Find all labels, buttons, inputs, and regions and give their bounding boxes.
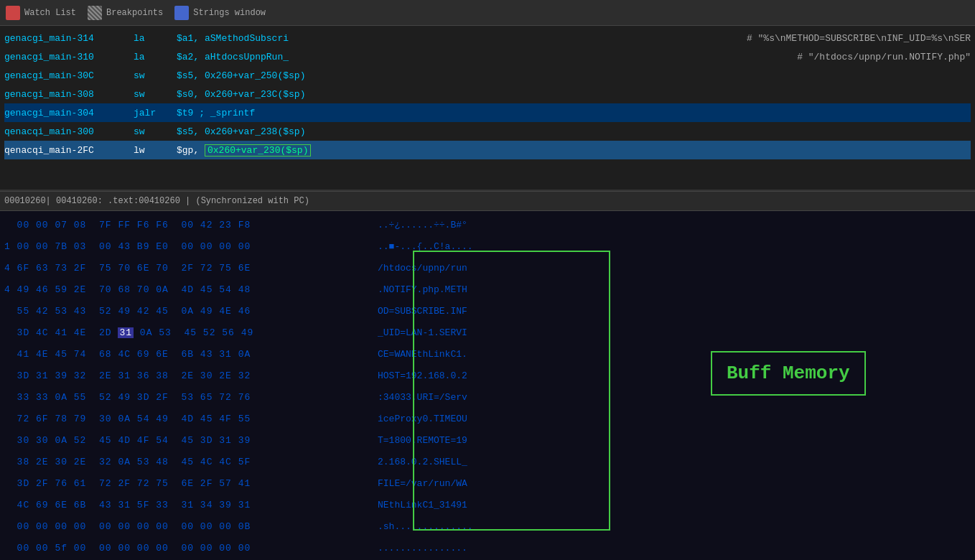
memory-line-4: 55 42 53 43 52 49 42 45 0A 49 4E 46 OD=S…	[4, 300, 971, 322]
disasm-mnem-2: sw	[134, 70, 177, 81]
mem-ascii-4: OD=SUBSCRIBE.INF	[378, 306, 536, 317]
disasm-offset-2: genacgi_main-30C	[4, 70, 134, 81]
mem-bytes-3: 4 49 46 59 2E 70 68 70 0A 4D 45 54 48	[4, 284, 378, 295]
disasm-operands-2: $s5, 0x260+var_250($sp)	[177, 70, 971, 81]
disasm-offset-6: qenacqi_main-2FC	[4, 145, 134, 156]
mem-ascii-8: :34033.URI=/Serv	[378, 392, 536, 403]
mem-bytes-12: 3D 2F 76 61 72 2F 72 75 6E 2F 57 41	[4, 478, 378, 489]
disasm-panel: genacgi_main-314 la $a1, aSMethodSubscri…	[0, 26, 975, 191]
disasm-operands-6: $gp, 0x260+var_230($sp)	[177, 144, 971, 157]
disasm-mnem-0: la	[134, 33, 177, 44]
mem-ascii-3: .NOTIFY.php.METH	[378, 284, 536, 295]
disasm-operands-0: $a1, aSMethodSubscri	[177, 33, 735, 44]
disasm-mnem-1: la	[134, 52, 177, 62]
toolbar: Watch List Breakpoints Strings window	[0, 0, 975, 26]
disasm-operands-5: $s5, 0x260+var_238($sp)	[177, 126, 971, 137]
mem-ascii-6: CE=WANEthLinkC1.	[378, 349, 536, 360]
mem-bytes-6: 41 4E 45 74 68 4C 69 6E 6B 43 31 0A	[4, 349, 378, 360]
highlighted-byte: 31	[118, 327, 134, 338]
mem-ascii-7: HOST=192.168.0.2	[378, 370, 536, 381]
status-note: (Synchronized with PC)	[195, 196, 309, 206]
disasm-offset-4: genacgi_main-304	[4, 108, 134, 118]
mem-ascii-1: ..■-...{..C!a....	[378, 241, 536, 252]
mem-ascii-14: .sh..............	[378, 521, 536, 532]
mem-ascii-11: 2.168.0.2.SHELL_	[378, 457, 536, 467]
disasm-mnem-3: sw	[134, 89, 177, 100]
mem-bytes-9: 72 6F 78 79 30 0A 54 49 4D 45 4F 55	[4, 414, 378, 424]
disasm-line-5[interactable]: qenacqi_main-300 sw $s5, 0x260+var_238($…	[4, 122, 971, 141]
breakpoints-label[interactable]: Breakpoints	[106, 8, 163, 18]
memory-line-9: 72 6F 78 79 30 0A 54 49 4D 45 4F 55 iceP…	[4, 408, 971, 429]
memory-line-14: 00 00 00 00 00 00 00 00 00 00 00 0B .sh.…	[4, 515, 971, 537]
disasm-comment-0: # "%s\nMETHOD=SUBSCRIBE\nINF_UID=%s\nSER	[735, 33, 971, 44]
breakpoints-icon	[88, 6, 102, 20]
mem-ascii-5: _UID=LAN-1.SERVI	[378, 327, 536, 338]
strings-icon	[174, 6, 189, 20]
disasm-line-6[interactable]: qenacqi_main-2FC lw $gp, 0x260+var_230($…	[4, 141, 971, 159]
mem-ascii-10: T=1800.REMOTE=19	[378, 435, 536, 446]
mem-bytes-13: 4C 69 6E 6B 43 31 5F 33 31 34 39 31	[4, 500, 378, 510]
mem-bytes-1: 1 00 00 7B 03 00 43 B9 E0 00 00 00 00	[4, 241, 378, 252]
memory-line-12: 3D 2F 76 61 72 2F 72 75 6E 2F 57 41 FILE…	[4, 472, 971, 494]
memory-line-3: 4 49 46 59 2E 70 68 70 0A 4D 45 54 48 .N…	[4, 279, 971, 300]
mem-bytes-7: 3D 31 39 32 2E 31 36 38 2E 30 2E 32	[4, 370, 378, 381]
toolbar-section-watch[interactable]: Watch List	[6, 6, 76, 20]
mem-ascii-2: /htdocs/upnp/run	[378, 263, 536, 274]
disasm-line-0[interactable]: genacgi_main-314 la $a1, aSMethodSubscri…	[4, 29, 971, 47]
disasm-comment-1: # "/htdocs/upnp/run.NOTIFY.php"	[786, 52, 971, 62]
mem-bytes-15: 00 00 5f 00 00 00 00 00 00 00 00 00	[4, 543, 378, 554]
disasm-operands-4: $t9 ; _sprintf	[177, 108, 971, 118]
disasm-line-3[interactable]: genacgi_main-308 sw $s0, 0x260+var_23C($…	[4, 85, 971, 103]
disasm-offset-5: qenacqi_main-300	[4, 126, 134, 137]
memory-line-15: 00 00 5f 00 00 00 00 00 00 00 00 00 ....…	[4, 537, 971, 559]
operand-highlight: 0x260+var_230($sp)	[205, 144, 311, 157]
disasm-mnem-4: jalr	[134, 108, 177, 118]
disasm-operands-3: $s0, 0x260+var_23C($sp)	[177, 89, 971, 100]
watch-list-label[interactable]: Watch List	[24, 8, 76, 18]
disasm-operands-1: $a2, aHtdocsUpnpRun_	[177, 52, 786, 62]
mem-bytes-5: 3D 4C 41 4E 2D 31 0A 53 45 52 56 49	[4, 327, 378, 338]
memory-line-1: 1 00 00 7B 03 00 43 B9 E0 00 00 00 00 ..…	[4, 235, 971, 257]
mem-bytes-8: 33 33 0A 55 52 49 3D 2F 53 65 72 76	[4, 392, 378, 403]
disasm-offset-1: genacgi_main-310	[4, 52, 134, 62]
memory-line-2: 4 6F 63 73 2F 75 70 6E 70 2F 72 75 6E /h…	[4, 257, 971, 279]
buff-memory-annotation: Buff Memory	[711, 351, 866, 396]
mem-bytes-0: 00 00 07 08 7F FF F6 F6 00 42 23 F8	[4, 220, 378, 230]
memory-line-5: 3D 4C 41 4E 2D 31 0A 53 45 52 56 49 _UID…	[4, 322, 971, 343]
disasm-line-2[interactable]: genacgi_main-30C sw $s5, 0x260+var_250($…	[4, 66, 971, 85]
mem-ascii-15: ................	[378, 543, 536, 554]
disasm-mnem-6: lw	[134, 145, 177, 156]
mem-ascii-12: FILE=/var/run/WA	[378, 478, 536, 489]
mem-ascii-13: NEthLinkC1_31491	[378, 500, 536, 510]
strings-label[interactable]: Strings window	[193, 8, 266, 18]
disasm-line-1[interactable]: genacgi_main-310 la $a2, aHtdocsUpnpRun_…	[4, 47, 971, 66]
memory-line-10: 30 30 0A 52 45 4D 4F 54 45 3D 31 39 T=18…	[4, 429, 971, 451]
status-full: 00410260: .text:00410260	[56, 196, 180, 206]
disasm-offset-3: genacgi_main-308	[4, 89, 134, 100]
mem-bytes-2: 4 6F 63 73 2F 75 70 6E 70 2F 72 75 6E	[4, 263, 378, 274]
disasm-offset-0: genacgi_main-314	[4, 33, 134, 44]
toolbar-section-bp[interactable]: Breakpoints	[88, 6, 163, 20]
memory-line-11: 38 2E 30 2E 32 0A 53 48 45 4C 4C 5F 2.16…	[4, 451, 971, 472]
status-bar: 00010260 | 00410260: .text:00410260 | (S…	[0, 191, 975, 211]
memory-line-13: 4C 69 6E 6B 43 31 5F 33 31 34 39 31 NEth…	[4, 494, 971, 515]
mem-bytes-14: 00 00 00 00 00 00 00 00 00 00 00 0B	[4, 521, 378, 532]
toolbar-section-strings[interactable]: Strings window	[174, 6, 266, 20]
mem-bytes-4: 55 42 53 43 52 49 42 45 0A 49 4E 46	[4, 306, 378, 317]
status-separator: |	[46, 196, 56, 206]
mem-ascii-0: ..÷¿......÷÷.B#°	[378, 220, 536, 230]
mem-bytes-10: 30 30 0A 52 45 4D 4F 54 45 3D 31 39	[4, 435, 378, 446]
memory-panel: Buff Memory 00 00 07 08 7F FF F6 F6 00 4…	[0, 211, 975, 560]
disasm-line-4[interactable]: genacgi_main-304 jalr $t9 ; _sprintf	[4, 103, 971, 122]
status-note-sep: |	[180, 196, 196, 206]
mem-ascii-9: iceProxy0.TIMEOU	[378, 414, 536, 424]
mem-bytes-11: 38 2E 30 2E 32 0A 53 48 45 4C 4C 5F	[4, 457, 378, 467]
disasm-mnem-5: sw	[134, 126, 177, 137]
watch-list-icon	[6, 6, 20, 20]
status-address: 00010260	[4, 196, 46, 206]
memory-line-0: 00 00 07 08 7F FF F6 F6 00 42 23 F8 ..÷¿…	[4, 214, 971, 235]
